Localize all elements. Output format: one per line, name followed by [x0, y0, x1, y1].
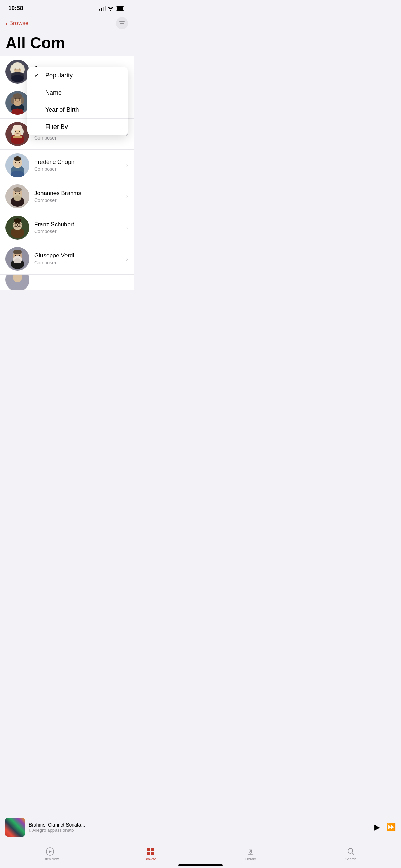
- dropdown-item-name[interactable]: Name: [27, 84, 128, 101]
- svg-point-37: [13, 187, 22, 192]
- composer-role-verdi: Composer: [34, 260, 126, 265]
- svg-point-56: [13, 250, 22, 254]
- composer-avatar-verdi: [5, 247, 29, 271]
- svg-point-25: [19, 131, 20, 132]
- sort-icon: [119, 21, 125, 25]
- wifi-icon: [108, 6, 114, 11]
- svg-point-8: [19, 69, 20, 70]
- svg-point-51: [15, 225, 16, 226]
- composer-role-brahms: Composer: [34, 197, 126, 203]
- back-chevron-icon: ‹: [5, 20, 8, 27]
- chevron-right-icon-schubert: ›: [126, 224, 128, 231]
- svg-point-6: [21, 65, 25, 73]
- svg-point-14: [11, 97, 14, 104]
- svg-point-60: [19, 255, 20, 256]
- svg-rect-26: [13, 136, 22, 138]
- composer-avatar-schubert: [5, 216, 29, 240]
- composer-info-chopin: Frédéric Chopin Composer: [34, 159, 126, 172]
- svg-point-21: [13, 125, 22, 130]
- svg-point-9: [11, 75, 24, 82]
- svg-point-24: [15, 131, 16, 132]
- status-icons: [99, 6, 125, 11]
- composer-role-chopin: Composer: [34, 166, 126, 172]
- svg-point-5: [10, 65, 14, 73]
- svg-line-48: [13, 225, 14, 225]
- composer-name-brahms: Johannes Brahms: [34, 190, 126, 197]
- composer-avatar-mozart: [5, 122, 29, 146]
- composer-item-verdi[interactable]: Giuseppe Verdi Composer ›: [0, 243, 134, 275]
- check-icon: ✓: [34, 72, 42, 79]
- svg-point-17: [19, 99, 20, 101]
- composer-item-brahms[interactable]: Johannes Brahms Composer ›: [0, 181, 134, 212]
- dropdown-item-popularity[interactable]: ✓ Popularity: [27, 67, 128, 84]
- svg-point-63: [17, 263, 18, 264]
- dropdown-label-popularity: Popularity: [45, 72, 121, 79]
- composer-name-schubert: Franz Schubert: [34, 221, 126, 228]
- composer-avatar-chopin: [5, 153, 29, 177]
- svg-rect-33: [16, 167, 19, 168]
- svg-point-40: [15, 193, 16, 194]
- composer-avatar-last: [5, 275, 29, 290]
- composer-item-last[interactable]: [0, 275, 134, 290]
- svg-point-7: [15, 69, 16, 70]
- chevron-right-icon-verdi: ›: [126, 255, 128, 263]
- back-button[interactable]: ‹ Browse: [5, 20, 28, 27]
- battery-icon: [116, 6, 125, 11]
- composer-role-mozart: Composer: [34, 135, 126, 141]
- dropdown-label-name: Name: [45, 89, 121, 96]
- composer-name-chopin: Frédéric Chopin: [34, 159, 126, 166]
- status-time: 10:58: [8, 5, 23, 12]
- svg-point-22: [11, 128, 15, 135]
- composer-avatar-bach: [5, 60, 29, 84]
- svg-point-16: [15, 99, 16, 101]
- composer-name-verdi: Giuseppe Verdi: [34, 252, 126, 259]
- sort-dropdown: ✓ Popularity Name Year of Birth Filter B…: [27, 67, 128, 135]
- back-label: Browse: [9, 20, 29, 27]
- signal-icon: [99, 6, 106, 11]
- svg-point-23: [20, 128, 24, 135]
- composer-item-schubert[interactable]: Franz Schubert Composer ›: [0, 212, 134, 243]
- svg-point-59: [15, 255, 16, 256]
- svg-point-30: [14, 156, 21, 161]
- dropdown-item-year[interactable]: Year of Birth: [27, 101, 128, 119]
- composer-info-verdi: Giuseppe Verdi Composer: [34, 252, 126, 265]
- nav-header: ‹ Browse: [0, 14, 134, 32]
- status-bar: 10:58: [0, 0, 134, 14]
- svg-point-45: [14, 218, 21, 223]
- chevron-right-icon-brahms: ›: [126, 193, 128, 200]
- composer-info-brahms: Johannes Brahms Composer: [34, 190, 126, 203]
- dropdown-label-filter: Filter By: [45, 123, 121, 131]
- svg-point-52: [19, 225, 20, 226]
- composer-role-schubert: Composer: [34, 229, 126, 234]
- sort-button[interactable]: [116, 17, 128, 29]
- composer-avatar-beethoven: [5, 91, 29, 115]
- dropdown-item-filter[interactable]: Filter By: [27, 119, 128, 135]
- composer-item-chopin[interactable]: Frédéric Chopin Composer ›: [0, 150, 134, 181]
- chevron-right-icon-chopin: ›: [126, 162, 128, 169]
- composer-avatar-brahms: [5, 184, 29, 208]
- svg-point-15: [21, 97, 24, 104]
- svg-line-50: [21, 225, 22, 225]
- svg-point-39: [14, 195, 21, 201]
- svg-point-13: [13, 93, 22, 99]
- svg-point-31: [15, 162, 16, 163]
- composer-info-schubert: Franz Schubert Composer: [34, 221, 126, 234]
- svg-point-41: [19, 193, 20, 194]
- dropdown-label-year: Year of Birth: [45, 106, 121, 113]
- svg-point-32: [19, 162, 20, 163]
- page-title: All Com: [0, 32, 134, 56]
